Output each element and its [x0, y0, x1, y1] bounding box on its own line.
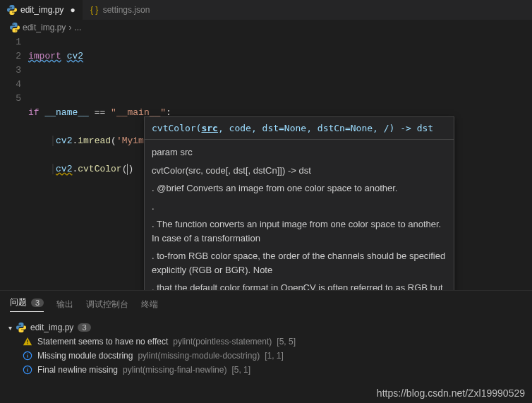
- function: imread: [78, 136, 111, 146]
- info-icon: [23, 365, 32, 375]
- chevron-down-icon: ▾: [8, 324, 12, 332]
- python-icon: [10, 23, 20, 32]
- doc-line: .: [152, 200, 447, 214]
- signature-line: cvtColor(src, code, dst=None, dstCn=None…: [145, 117, 454, 140]
- problem-item[interactable]: Final newline missing pylint(missing-fin…: [7, 363, 525, 377]
- panel-tab-label: 输出: [56, 299, 73, 311]
- warning-icon: [23, 337, 32, 347]
- signature-doc: param src cvtColor(src, code[, dst[, dst…: [145, 140, 454, 302]
- operator: ==: [95, 107, 106, 118]
- identifier: __name__: [44, 107, 88, 118]
- problems-list: ▾ edit_img.py 3 Statement seems to have …: [0, 318, 532, 380]
- doc-line: . The function converts an input image f…: [152, 217, 447, 245]
- problems-count-badge: 3: [31, 299, 44, 307]
- line-number: 1: [0, 35, 21, 49]
- svg-rect-5: [27, 368, 28, 368]
- panel-tab-label: 调试控制台: [86, 299, 128, 311]
- tab-label: edit_img.py: [20, 5, 64, 15]
- breadcrumb-file: edit_img.py: [23, 23, 66, 32]
- sig-rest: , code, dst=None, dstCn=None, /) -> dst: [218, 123, 433, 133]
- cursor-icon: [127, 164, 128, 175]
- svg-rect-4: [27, 369, 28, 372]
- identifier: cv2: [56, 136, 72, 146]
- tab-label: settings.json: [103, 5, 150, 15]
- json-icon: { }: [90, 5, 99, 15]
- panel-tabs: 问题 3 输出 调试控制台 终端: [0, 291, 532, 318]
- problems-file-count: 3: [78, 323, 90, 332]
- problem-location: [1, 1]: [265, 351, 284, 361]
- problem-location: [5, 5]: [277, 337, 296, 347]
- problem-message: Missing module docstring: [37, 351, 133, 361]
- keyword: import: [28, 51, 61, 61]
- doc-line: param src: [152, 145, 447, 160]
- breadcrumb-sep: ›: [68, 23, 71, 32]
- panel-tab-label: 终端: [141, 299, 158, 311]
- sig-active-param: src: [201, 123, 217, 133]
- problem-message: Final newline missing: [37, 365, 118, 375]
- line-number: 3: [0, 64, 21, 78]
- function: cvtColor: [78, 164, 121, 174]
- bottom-panel: 问题 3 输出 调试控制台 终端 ▾ edit_img.py 3 Stateme…: [0, 290, 532, 403]
- line-number: 5: [0, 92, 21, 106]
- python-icon: [7, 5, 17, 15]
- problems-file-row[interactable]: ▾ edit_img.py 3: [7, 320, 525, 335]
- watermark-text: https://blog.csdn.net/Zxl19990529: [377, 387, 525, 399]
- problem-item[interactable]: Missing module docstring pylint(missing-…: [7, 349, 525, 363]
- modified-indicator-icon: ●: [70, 5, 75, 15]
- svg-rect-1: [27, 355, 28, 358]
- breadcrumb-rest: ...: [74, 23, 81, 32]
- panel-tab-terminal[interactable]: 终端: [141, 296, 158, 312]
- tab-settings[interactable]: { } settings.json: [83, 0, 157, 20]
- problem-source: pylint(pointless-statement): [173, 337, 272, 347]
- svg-rect-2: [27, 354, 28, 354]
- problems-file-name: edit_img.py: [30, 323, 73, 332]
- panel-tab-output[interactable]: 输出: [56, 296, 73, 312]
- info-icon: [23, 351, 32, 361]
- keyword: if: [28, 107, 40, 118]
- editor-tabs: edit_img.py ● { } settings.json: [0, 0, 532, 20]
- module-name: cv2: [67, 51, 83, 61]
- doc-line: . @brief Converts an image from one colo…: [152, 181, 447, 196]
- line-gutter: 1 2 3 4 5: [0, 35, 28, 205]
- python-icon: [16, 323, 26, 332]
- tab-edit-img[interactable]: edit_img.py ●: [0, 0, 83, 20]
- panel-tab-label: 问题: [10, 296, 27, 308]
- identifier: cv2: [56, 164, 72, 174]
- doc-line: cvtColor(src, code[, dst[, dstCn]]) -> d…: [152, 164, 447, 178]
- signature-help-tooltip: cvtColor(src, code, dst=None, dstCn=None…: [144, 116, 454, 303]
- sig-prefix: cvtColor(: [152, 123, 201, 133]
- doc-line: . to-from RGB color space, the order of …: [152, 249, 447, 277]
- panel-tab-problems[interactable]: 问题 3: [10, 296, 44, 312]
- problem-source: pylint(missing-module-docstring): [138, 351, 260, 361]
- problem-source: pylint(missing-final-newline): [123, 365, 226, 375]
- line-number: 2: [0, 49, 21, 64]
- problem-message: Statement seems to have no effect: [37, 337, 168, 347]
- breadcrumb[interactable]: edit_img.py › ...: [0, 20, 532, 35]
- line-number: 4: [0, 78, 21, 92]
- panel-tab-debug-console[interactable]: 调试控制台: [86, 296, 128, 312]
- problem-item[interactable]: Statement seems to have no effect pylint…: [7, 335, 525, 349]
- problem-location: [5, 1]: [231, 365, 250, 375]
